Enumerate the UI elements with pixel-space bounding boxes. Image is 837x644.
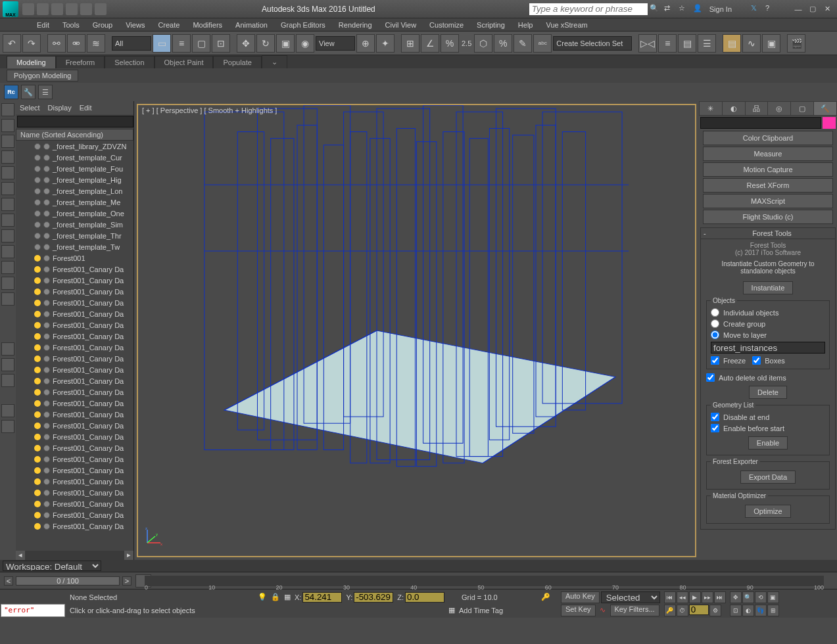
layer-name-input[interactable] (711, 342, 825, 354)
side-icon-16[interactable] (1, 374, 14, 387)
abc-button[interactable]: abc (533, 34, 552, 53)
explorer-search-input[interactable] (17, 116, 133, 127)
help-search-input[interactable] (529, 3, 648, 15)
time-config2-button[interactable]: ⚙ (709, 605, 721, 616)
save-icon[interactable] (51, 3, 63, 15)
placement-button[interactable]: ◉ (296, 34, 314, 53)
list-item[interactable]: Forest001_Canary Da (16, 453, 133, 465)
side-icon-13[interactable] (1, 292, 14, 306)
menu-customize[interactable]: Customize (423, 20, 470, 30)
list-item[interactable]: _forest_template_Cur (16, 152, 133, 163)
menu-graph-editors[interactable]: Graph Editors (274, 20, 332, 30)
key-curve-icon[interactable]: ∿ (597, 606, 609, 614)
explorer-menu-edit[interactable]: Edit (80, 104, 92, 112)
timeline-prev-icon[interactable]: < (4, 576, 13, 586)
menu-edit[interactable]: Edit (30, 20, 56, 30)
add-time-tag[interactable]: Add Time Tag (459, 607, 503, 614)
pivot-button[interactable]: ⊕ (356, 34, 375, 53)
util-measure[interactable]: Measure (703, 147, 833, 161)
set-key-button[interactable]: Set Key (561, 605, 596, 616)
curve-editor-button[interactable]: ▤ (723, 34, 741, 53)
util-color-clipboard[interactable]: Color Clipboard (703, 131, 833, 145)
key-icon[interactable]: 🔒 (271, 593, 280, 601)
prev-frame-button[interactable]: ◂◂ (677, 591, 688, 603)
next-frame-button[interactable]: ▸▸ (702, 591, 713, 603)
key-icon-2[interactable]: 🔑 (541, 593, 557, 601)
side-icon-5[interactable] (1, 166, 14, 179)
menu-civil-view[interactable]: Civil View (379, 20, 423, 30)
list-item[interactable]: Forest001_Canary Da (16, 386, 133, 398)
menu-animation[interactable]: Animation (229, 20, 274, 30)
goto-start-button[interactable]: ⏮ (664, 591, 676, 603)
explorer-menu-select[interactable]: Select (20, 104, 40, 112)
maxscript-listener[interactable]: "error" (1, 604, 65, 617)
side-icon-4[interactable] (1, 150, 14, 164)
help-icon[interactable]: ? (765, 4, 776, 14)
material-editor-button[interactable]: ▣ (762, 34, 780, 53)
side-icon-15[interactable] (1, 358, 14, 371)
optimize-button[interactable]: Optimize (745, 505, 790, 518)
side-icon-9[interactable] (1, 229, 14, 242)
create-tab[interactable]: ✳ (700, 102, 722, 115)
list-item[interactable]: _forest_template_Tw (16, 241, 133, 252)
list-item[interactable]: Forest001_Canary Da (16, 275, 133, 286)
layers-button[interactable]: ▤ (678, 34, 696, 53)
menu-vue-xstream[interactable]: Vue xStream (539, 20, 594, 30)
list-item[interactable]: Forest001_Canary Da (16, 409, 133, 420)
util-flight-studio[interactable]: Flight Studio (c) (703, 210, 833, 224)
list-item[interactable]: Forest001_Canary Da (16, 331, 133, 342)
select-by-name-button[interactable]: ≡ (172, 34, 191, 53)
list-item[interactable]: Forest001_Canary Da (16, 442, 133, 453)
lock-icon[interactable]: 💡 (258, 593, 267, 601)
side-icon-12[interactable] (1, 277, 14, 290)
list-item[interactable]: Forest001_Canary Da (16, 520, 133, 532)
list-item[interactable]: _forest_template_Lon (16, 185, 133, 196)
rc-button[interactable]: Rc (4, 85, 18, 99)
workspace-dropdown[interactable]: Workspace: Default (3, 561, 101, 571)
render-setup-button[interactable]: 🎬 (787, 34, 805, 53)
timeline-next-icon[interactable]: > (122, 576, 132, 586)
list-item[interactable]: Forest001_Canary Da (16, 420, 133, 431)
check-freeze[interactable]: Freeze (711, 355, 746, 366)
list-item[interactable]: Forest001_Canary Da (16, 375, 133, 386)
select-button[interactable]: ▭ (153, 34, 171, 53)
modify-tab[interactable]: ◐ (723, 102, 745, 115)
side-icon-7[interactable] (1, 198, 14, 211)
menu-scripting[interactable]: Scripting (470, 20, 512, 30)
coord-y-input[interactable] (354, 592, 393, 603)
app-logo[interactable]: MAX (3, 1, 18, 17)
mirror-button[interactable]: ▷◁ (638, 34, 657, 53)
side-icon-14[interactable] (1, 342, 14, 356)
side-icon-11[interactable] (1, 261, 14, 274)
check-disable-end[interactable]: Disable at end (711, 411, 825, 423)
binoculars-icon[interactable]: 🔍 (650, 4, 660, 14)
pan-button[interactable]: ✥ (730, 591, 742, 603)
list-item[interactable]: _forest_template_Sim (16, 219, 133, 230)
undo-button[interactable]: ↶ (3, 34, 21, 53)
rollout-header-forest-tools[interactable]: - Forest Tools (700, 227, 836, 239)
x-logo-icon[interactable]: 𝕏 (751, 4, 761, 14)
list-icon[interactable]: ☰ (38, 85, 53, 99)
ref-coord-dropdown[interactable]: View (316, 36, 355, 51)
minimize-button[interactable]: — (791, 4, 805, 14)
percent-snap-button[interactable]: % (441, 34, 459, 53)
menu-help[interactable]: Help (512, 20, 540, 30)
util-maxscript[interactable]: MAXScript (703, 194, 833, 208)
close-button[interactable]: ✕ (820, 4, 834, 14)
zoom-ext-button[interactable]: ⊡ (730, 605, 742, 616)
menu-rendering[interactable]: Rendering (332, 20, 379, 30)
menu-modifiers[interactable]: Modifiers (186, 20, 229, 30)
list-item[interactable]: _forest_template_Fou (16, 163, 133, 174)
menu-tools[interactable]: Tools (56, 20, 86, 30)
list-item[interactable]: _forest_library_ZDVZN (16, 141, 133, 152)
layer-explorer-button[interactable]: ☰ (698, 34, 716, 53)
time-config-button[interactable]: ⏱ (677, 605, 688, 616)
redo-button[interactable]: ↷ (22, 34, 41, 53)
star-icon[interactable]: ☆ (679, 4, 689, 14)
list-item[interactable]: Forest001_Canary Da (16, 476, 133, 487)
current-frame-input[interactable] (689, 605, 709, 615)
ribbon-tab-object-paint[interactable]: Object Paint (155, 56, 214, 68)
instantiate-button[interactable]: Instantiate (743, 281, 794, 294)
display-tab[interactable]: ▢ (791, 102, 813, 115)
ribbon-tab-freeform[interactable]: Freeform (56, 56, 105, 68)
